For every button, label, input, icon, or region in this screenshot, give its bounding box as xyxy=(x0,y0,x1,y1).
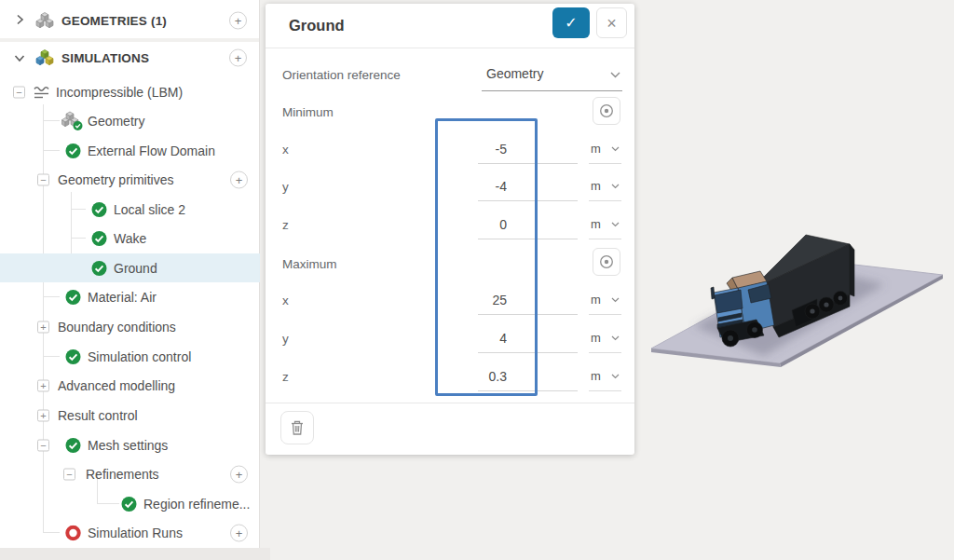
minimum-label: Minimum xyxy=(282,105,334,119)
tree-item-result-control[interactable]: + Result control xyxy=(0,401,260,430)
min-y-unit-select[interactable]: m xyxy=(589,171,621,201)
tree-item-advanced-modelling[interactable]: + Advanced modelling xyxy=(0,371,260,400)
tree-item-label: Advanced modelling xyxy=(58,378,175,393)
unit-label: m xyxy=(591,179,601,193)
min-y-input[interactable] xyxy=(478,171,578,201)
max-x-input[interactable] xyxy=(478,285,578,315)
unit-label: m xyxy=(591,293,601,307)
delete-button[interactable] xyxy=(280,411,314,444)
ground-settings-panel: Ground ✓ × Orientation reference Geometr… xyxy=(266,4,634,455)
pick-point-button[interactable] xyxy=(593,97,620,125)
collapse-toggle[interactable]: − xyxy=(37,439,49,451)
tree-item-material-air[interactable]: Material: Air xyxy=(0,282,260,311)
tree-item-ground[interactable]: Ground xyxy=(0,253,260,282)
tree-item-label: Local slice 2 xyxy=(114,202,185,217)
tree-item-region-refinement[interactable]: Region refineme... xyxy=(0,489,260,518)
min-z-unit-select[interactable]: m xyxy=(589,210,621,239)
check-icon xyxy=(91,260,107,276)
expand-toggle[interactable]: + xyxy=(37,409,49,421)
max-z-input[interactable] xyxy=(478,362,578,391)
add-primitive-button[interactable]: + xyxy=(230,171,248,188)
tree-item-geometry[interactable]: Geometry xyxy=(0,106,260,135)
unit-label: m xyxy=(591,142,601,156)
app-window: GEOMETRIES (1) + SIMULATIONS + xyxy=(0,0,954,560)
tree-item-simulation-control[interactable]: Simulation control xyxy=(0,342,260,371)
chevron-down-icon xyxy=(611,335,620,341)
tree-item-label: External Flow Domain xyxy=(88,143,215,158)
tree-item-label: Result control xyxy=(58,408,138,423)
expand-toggle[interactable]: + xyxy=(37,321,49,333)
unit-label: m xyxy=(591,331,601,345)
panel-header: Ground ✓ × xyxy=(266,4,634,48)
add-simulation-button[interactable]: + xyxy=(229,49,247,67)
add-geometry-button[interactable]: + xyxy=(229,12,247,30)
simulation-tree-sidebar: GEOMETRIES (1) + SIMULATIONS + xyxy=(0,0,260,548)
check-icon xyxy=(65,289,81,305)
chevron-down-icon xyxy=(611,297,620,303)
geometry-cubes-icon xyxy=(61,111,84,131)
chevron-right-icon[interactable] xyxy=(15,12,24,29)
axis-label-x: x xyxy=(282,294,289,307)
add-refinement-button[interactable]: + xyxy=(230,465,248,483)
check-icon xyxy=(65,143,81,158)
min-x-input[interactable] xyxy=(478,134,578,164)
unit-label: m xyxy=(591,217,601,231)
confirm-button[interactable]: ✓ xyxy=(552,7,590,38)
section-label: SIMULATIONS xyxy=(61,51,149,65)
section-label: GEOMETRIES (1) xyxy=(61,14,167,28)
pick-point-button[interactable] xyxy=(593,248,620,276)
axis-label-y: y xyxy=(282,332,289,346)
tree-item-label: Region refineme... xyxy=(143,497,250,512)
tree-item-wake[interactable]: Wake xyxy=(0,224,260,253)
tree-item-label: Refinements xyxy=(86,467,159,482)
tree-item-refinements[interactable]: − Refinements + xyxy=(0,459,260,488)
tree-item-incompressible-lbm[interactable]: − Incompressible (LBM) xyxy=(0,77,260,106)
tree-item-label: Simulation control xyxy=(88,349,191,364)
add-run-button[interactable]: + xyxy=(230,524,248,541)
min-z-input[interactable] xyxy=(478,210,578,239)
max-z-unit-select[interactable]: m xyxy=(589,362,621,391)
collapse-toggle[interactable]: − xyxy=(13,86,25,98)
lbm-simulation-icon xyxy=(34,86,51,99)
section-separator xyxy=(0,38,259,42)
orientation-value: Geometry xyxy=(486,66,543,81)
section-simulations[interactable]: SIMULATIONS + xyxy=(0,43,259,73)
tree-item-local-slice-2[interactable]: Local slice 2 xyxy=(0,195,260,224)
collapse-toggle[interactable]: − xyxy=(37,173,49,185)
check-icon xyxy=(121,496,137,512)
panel-title: Ground xyxy=(289,17,345,34)
collapse-toggle[interactable]: − xyxy=(63,468,75,480)
axis-label-z: z xyxy=(282,218,289,232)
max-x-unit-select[interactable]: m xyxy=(589,285,621,315)
tree-item-mesh-settings[interactable]: − Mesh settings xyxy=(0,430,260,459)
sidebar-scrollbar[interactable] xyxy=(0,548,270,560)
tree-item-geometry-primitives[interactable]: − Geometry primitives + xyxy=(0,165,260,194)
trash-icon xyxy=(290,419,305,436)
chevron-down-icon xyxy=(611,374,620,379)
axis-label-y: y xyxy=(282,180,289,194)
check-icon xyxy=(91,201,107,217)
max-y-unit-select[interactable]: m xyxy=(589,323,621,353)
tree-item-boundary-conditions[interactable]: + Boundary conditions xyxy=(0,312,260,341)
target-icon xyxy=(599,254,614,269)
section-geometries[interactable]: GEOMETRIES (1) + xyxy=(0,5,259,36)
check-icon xyxy=(65,437,81,453)
close-button[interactable]: × xyxy=(596,7,627,38)
geometries-cubes-icon xyxy=(35,12,55,30)
tree-item-label: Simulation Runs xyxy=(88,526,183,540)
tree-item-label: Boundary conditions xyxy=(58,320,176,335)
min-x-unit-select[interactable]: m xyxy=(589,134,621,164)
tree-item-external-flow-domain[interactable]: External Flow Domain xyxy=(0,136,260,165)
simulations-cubes-icon xyxy=(35,49,55,67)
tree-item-label: Material: Air xyxy=(88,290,157,305)
expand-toggle[interactable]: + xyxy=(37,379,49,391)
simulation-runs-status-icon xyxy=(65,525,81,540)
max-y-input[interactable] xyxy=(478,323,578,353)
target-icon xyxy=(599,103,614,118)
maximum-label: Maximum xyxy=(282,257,337,271)
orientation-reference-select[interactable]: Geometry xyxy=(482,58,622,91)
tree-item-simulation-runs[interactable]: Simulation Runs + xyxy=(0,518,260,547)
check-icon xyxy=(91,230,107,246)
check-icon xyxy=(65,348,81,364)
chevron-down-icon[interactable] xyxy=(14,49,25,66)
